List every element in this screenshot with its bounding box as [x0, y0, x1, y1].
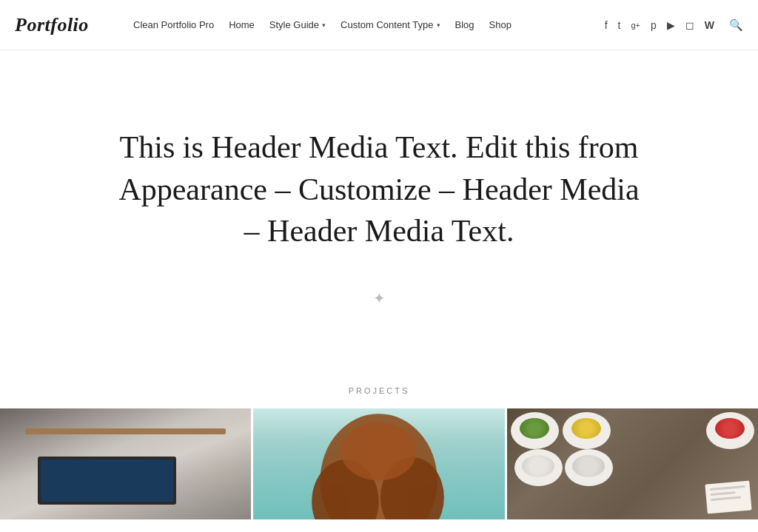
bowl-yellow	[563, 412, 611, 449]
bowl-red	[706, 412, 754, 449]
youtube-icon[interactable]: ▶	[667, 19, 675, 31]
paper-lines	[705, 480, 751, 508]
bowl-green	[511, 412, 559, 449]
projects-image-grid	[0, 408, 758, 519]
instagram-icon[interactable]: ◻	[685, 19, 694, 31]
shelf-decoration	[25, 428, 226, 434]
wordpress-icon[interactable]: W	[705, 19, 714, 31]
bowl-white1	[514, 449, 563, 486]
facebook-icon[interactable]: f	[605, 19, 608, 31]
projects-label: PROJECTS	[349, 386, 410, 395]
site-header: Portfolio Clean Portfolio Pro Home Style…	[0, 0, 758, 50]
hero-text: This is Header Media Text. Edit this fro…	[113, 127, 645, 252]
paper-line	[711, 496, 741, 502]
monitor-screen	[41, 459, 173, 502]
bowl-white2	[565, 449, 613, 486]
nav-style-guide[interactable]: Style Guide ▾	[269, 19, 326, 30]
pinterest-icon[interactable]: p	[651, 19, 657, 31]
nav-custom-content-type[interactable]: Custom Content Type ▾	[341, 19, 440, 30]
nav-shop[interactable]: Shop	[489, 19, 512, 30]
project-image-woman[interactable]	[251, 408, 504, 519]
nav-blog[interactable]: Blog	[455, 19, 474, 30]
project-image-desk[interactable]	[0, 408, 251, 519]
site-logo[interactable]: Portfolio	[15, 14, 133, 36]
google-plus-icon[interactable]: g+	[631, 21, 640, 30]
paper-decoration	[705, 480, 751, 514]
svg-point-3	[341, 422, 417, 480]
monitor-decoration	[38, 457, 176, 505]
social-icons-bar: f t g+ p ▶ ◻ W 🔍	[605, 18, 743, 32]
decorative-divider-icon: ✦	[373, 289, 386, 307]
bowls-scene	[507, 408, 758, 519]
search-icon[interactable]: 🔍	[729, 18, 743, 32]
chevron-down-icon: ▾	[437, 21, 440, 29]
paper-line	[710, 485, 745, 491]
project-image-bowls[interactable]	[505, 408, 758, 519]
twitter-icon[interactable]: t	[618, 19, 621, 31]
chevron-down-icon: ▾	[322, 21, 326, 29]
hero-divider: ✦	[373, 289, 386, 307]
hero-section: This is Header Media Text. Edit this fro…	[0, 50, 758, 361]
desk-scene	[0, 408, 251, 519]
nav-home[interactable]: Home	[229, 19, 255, 30]
woman-hair-svg	[253, 408, 504, 519]
projects-label-wrap: PROJECTS	[0, 361, 758, 408]
nav-site-name[interactable]: Clean Portfolio Pro	[133, 19, 214, 30]
main-nav: Clean Portfolio Pro Home Style Guide ▾ C…	[133, 19, 605, 30]
paper-line	[710, 491, 735, 496]
